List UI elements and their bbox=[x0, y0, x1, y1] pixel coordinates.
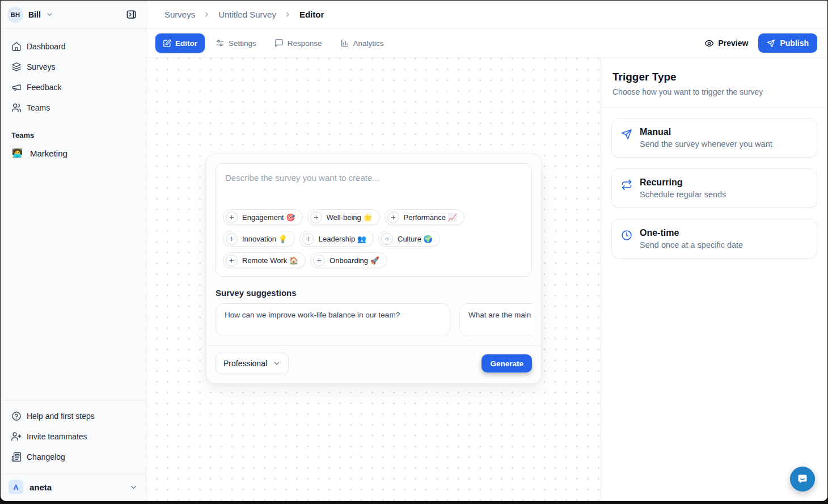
plus-icon bbox=[381, 233, 393, 245]
topic-chip-engagement[interactable]: Engagement 🎯 bbox=[223, 209, 303, 225]
preview-button[interactable]: Preview bbox=[704, 39, 749, 48]
sidebar-item-changelog[interactable]: Changelog bbox=[7, 447, 139, 467]
sidebar-item-label: Dashboard bbox=[27, 42, 66, 51]
topic-chip-innovation[interactable]: Innovation 💡 bbox=[223, 231, 295, 247]
editor-canvas[interactable]: Engagement 🎯 Well-being 🌟 Performance 📈 bbox=[146, 58, 601, 501]
sidebar-item-invite-teammates[interactable]: Invite teammates bbox=[7, 427, 139, 446]
clock-icon bbox=[621, 230, 632, 249]
prompt-box: Engagement 🎯 Well-being 🌟 Performance 📈 bbox=[216, 163, 532, 277]
account-menu[interactable]: A aneta bbox=[1, 473, 146, 501]
trigger-type-panel: Trigger Type Choose how you want to trig… bbox=[601, 58, 827, 501]
tab-label: Analytics bbox=[353, 39, 384, 48]
sidebar-item-label: Teams bbox=[27, 103, 50, 112]
chat-launcher-button[interactable] bbox=[790, 467, 815, 492]
sidebar-collapse-button[interactable] bbox=[123, 7, 139, 23]
layers-icon bbox=[11, 62, 22, 72]
toolbar-actions: Preview Publish bbox=[704, 33, 818, 53]
plus-icon bbox=[302, 233, 314, 245]
chip-label: Engagement 🎯 bbox=[242, 213, 295, 222]
topic-chip-well-being[interactable]: Well-being 🌟 bbox=[307, 209, 380, 225]
topic-chip-leadership[interactable]: Leadership 👥 bbox=[299, 231, 374, 247]
topic-chip-onboarding[interactable]: Onboarding 🚀 bbox=[310, 252, 387, 268]
suggestions-title: Survey suggestions bbox=[216, 288, 532, 298]
tone-select[interactable]: Professional bbox=[216, 353, 289, 374]
newspaper-icon bbox=[11, 452, 22, 462]
plus-icon bbox=[310, 211, 322, 223]
publish-button[interactable]: Publish bbox=[758, 33, 817, 53]
sidebar-item-dashboard[interactable]: Dashboard bbox=[7, 37, 139, 56]
send-icon bbox=[621, 129, 632, 149]
sidebar-item-label: Help and first steps bbox=[27, 412, 95, 421]
trigger-option-title: One-time bbox=[640, 228, 743, 238]
trigger-option-manual[interactable]: Manual Send the survey whenever you want bbox=[611, 118, 817, 158]
sidebar: BH Bill Dashboard Surveys bbox=[1, 1, 146, 501]
suggestion-card[interactable]: What are the main ob bbox=[459, 303, 532, 336]
workspace: Engagement 🎯 Well-being 🌟 Performance 📈 bbox=[146, 58, 827, 501]
chip-label: Performance 📈 bbox=[404, 213, 457, 222]
sidebar-item-surveys[interactable]: Surveys bbox=[7, 57, 139, 77]
account-name: aneta bbox=[29, 482, 123, 492]
breadcrumb-surveys[interactable]: Surveys bbox=[164, 10, 195, 19]
trigger-option-recurring[interactable]: Recurring Schedule regular sends bbox=[611, 168, 817, 208]
trigger-option-text: Recurring Schedule regular sends bbox=[640, 177, 726, 199]
chip-label: Well-being 🌟 bbox=[327, 213, 373, 222]
trigger-option-description: Send the survey whenever you want bbox=[640, 139, 772, 149]
topic-chips: Engagement 🎯 Well-being 🌟 Performance 📈 bbox=[223, 209, 525, 268]
sidebar-header: BH Bill bbox=[1, 1, 146, 29]
panel-title: Trigger Type bbox=[612, 71, 816, 83]
sidebar-item-label: Invite teammates bbox=[27, 432, 87, 441]
tab-analytics[interactable]: Analytics bbox=[333, 33, 391, 53]
sidebar-item-help[interactable]: Help and first steps bbox=[7, 406, 139, 426]
plus-icon bbox=[226, 211, 238, 223]
suggestions-row: How can we improve work-life balance in … bbox=[216, 303, 532, 336]
chevron-down-icon bbox=[46, 11, 53, 18]
trigger-option-text: Manual Send the survey whenever you want bbox=[640, 127, 772, 149]
workspace-name: Bill bbox=[28, 10, 41, 19]
topic-chip-remote-work[interactable]: Remote Work 🏠 bbox=[223, 252, 306, 268]
chip-label: Remote Work 🏠 bbox=[242, 256, 298, 265]
topic-chip-culture[interactable]: Culture 🌍 bbox=[378, 231, 440, 247]
suggestion-card[interactable]: How can we improve work-life balance in … bbox=[216, 303, 450, 336]
chip-label: Leadership 👥 bbox=[319, 235, 366, 243]
tab-label: Settings bbox=[229, 39, 256, 48]
toolbar: Editor Settings Response Analytics bbox=[146, 29, 827, 58]
chip-label: Innovation 💡 bbox=[242, 235, 288, 243]
sidebar-item-teams[interactable]: Teams bbox=[7, 98, 139, 117]
sidebar-item-team-marketing[interactable]: 🧑‍💻 Marketing bbox=[7, 143, 139, 163]
tab-editor[interactable]: Editor bbox=[155, 33, 205, 53]
trigger-options: Manual Send the survey whenever you want… bbox=[601, 108, 827, 269]
chevron-down-icon bbox=[129, 483, 138, 492]
tab-label: Response bbox=[288, 39, 322, 48]
tab-response[interactable]: Response bbox=[267, 33, 329, 53]
plus-icon bbox=[387, 211, 399, 223]
survey-description-input[interactable] bbox=[223, 172, 525, 206]
panel-header: Trigger Type Choose how you want to trig… bbox=[601, 58, 827, 108]
breadcrumb-editor: Editor bbox=[299, 10, 324, 19]
account-avatar: A bbox=[9, 480, 23, 494]
main-area: Surveys Untitled Survey Editor Editor Se… bbox=[146, 1, 827, 501]
trigger-option-one-time[interactable]: One-time Send once at a specific date bbox=[611, 219, 817, 259]
teams-section-label: Teams bbox=[1, 123, 146, 143]
sidebar-item-label: Feedback bbox=[27, 83, 61, 92]
topic-chip-performance[interactable]: Performance 📈 bbox=[385, 209, 464, 225]
pencil-square-icon bbox=[163, 39, 171, 48]
chip-label: Culture 🌍 bbox=[398, 235, 433, 243]
plus-icon bbox=[226, 255, 238, 266]
generate-button[interactable]: Generate bbox=[481, 354, 532, 372]
tab-label: Editor bbox=[175, 39, 197, 48]
workspace-switcher[interactable]: BH Bill bbox=[7, 7, 53, 23]
sidebar-item-feedback[interactable]: Feedback bbox=[7, 78, 139, 97]
sidebar-spacer bbox=[1, 163, 146, 400]
tab-settings[interactable]: Settings bbox=[208, 33, 264, 53]
chat-bubble-icon bbox=[274, 39, 284, 48]
breadcrumb-untitled-survey[interactable]: Untitled Survey bbox=[218, 10, 276, 19]
help-circle-icon bbox=[11, 411, 22, 421]
divider bbox=[206, 345, 541, 346]
survey-composer-card: Engagement 🎯 Well-being 🌟 Performance 📈 bbox=[206, 154, 542, 384]
users-icon bbox=[11, 103, 22, 113]
bar-chart-icon bbox=[340, 39, 349, 48]
plus-icon bbox=[313, 255, 325, 266]
user-plus-icon bbox=[11, 431, 22, 442]
chip-label: Onboarding 🚀 bbox=[329, 256, 379, 265]
chevron-right-icon bbox=[284, 11, 292, 18]
